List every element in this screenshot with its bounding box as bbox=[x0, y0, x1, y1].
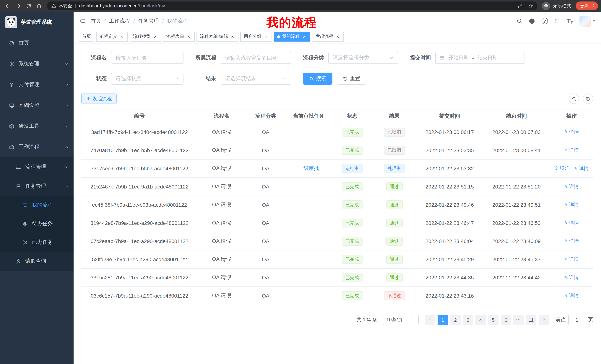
close-icon[interactable]: × bbox=[335, 34, 340, 39]
breadcrumb-workflow[interactable]: 工作流程 bbox=[109, 18, 130, 24]
detail-link[interactable]: ✎详情 bbox=[564, 220, 579, 226]
refresh-table-button[interactable] bbox=[583, 94, 593, 104]
breadcrumb-task-management[interactable]: 任务管理 bbox=[138, 18, 159, 24]
page-button-4[interactable]: 4 bbox=[475, 315, 486, 325]
sidebar-item-infrastructure[interactable]: 基础设施 bbox=[0, 95, 74, 116]
close-icon[interactable]: × bbox=[186, 34, 191, 39]
detail-link[interactable]: ✎详情 bbox=[564, 129, 579, 135]
tab-process-form-edit[interactable]: 流程表单-编辑× bbox=[197, 32, 239, 41]
category-select[interactable]: 请选择流程分类 bbox=[328, 52, 398, 64]
detail-link[interactable]: ✎详情 bbox=[564, 292, 579, 299]
help-button[interactable]: ? bbox=[539, 15, 551, 27]
detail-link[interactable]: ✎详情 bbox=[564, 147, 579, 153]
sidebar-item-done-tasks[interactable]: 已办任务 bbox=[0, 233, 74, 252]
font-size-button[interactable]: TT bbox=[564, 15, 576, 27]
detail-link[interactable]: ✎详情 bbox=[564, 183, 579, 190]
page-button-6[interactable]: 6 bbox=[501, 315, 511, 325]
detail-link[interactable]: ✎详情 bbox=[564, 274, 579, 281]
start-date-placeholder[interactable]: 开始日期 bbox=[448, 55, 468, 61]
reset-button[interactable]: 重置 bbox=[337, 73, 366, 85]
page-button-11[interactable]: 11 bbox=[526, 315, 536, 325]
close-icon[interactable]: × bbox=[302, 34, 307, 39]
close-icon[interactable]: × bbox=[153, 34, 158, 39]
status-select[interactable]: 请选择状态 bbox=[111, 73, 183, 85]
sidebar-item-workflow[interactable]: 工作流程 bbox=[0, 136, 74, 157]
next-page-button[interactable] bbox=[539, 315, 549, 325]
breadcrumb-home[interactable]: 首页 bbox=[91, 18, 101, 24]
password-key-icon[interactable] bbox=[518, 3, 523, 9]
page-button-3[interactable]: 3 bbox=[463, 315, 473, 325]
chevron-down-icon bbox=[65, 62, 69, 66]
sidebar-item-task-management[interactable]: 任务管理 bbox=[0, 177, 74, 196]
address-bar[interactable]: 不安全 dashboard.yudao.iocoder.cn/bpm/task/… bbox=[47, 1, 538, 10]
close-icon[interactable]: × bbox=[263, 34, 269, 39]
fullscreen-button[interactable] bbox=[551, 15, 563, 27]
yen-icon: ¥ bbox=[8, 81, 15, 88]
browser-forward-button[interactable] bbox=[13, 1, 23, 11]
filter-process-def: 所属流程 bbox=[195, 52, 291, 64]
user-avatar[interactable] bbox=[580, 15, 591, 27]
process-def-input[interactable] bbox=[221, 52, 291, 64]
avatar-caret-down-icon[interactable]: ▾ bbox=[593, 19, 595, 23]
browser-reload-button[interactable] bbox=[24, 1, 33, 11]
pagination-ellipsis[interactable]: ••• bbox=[513, 315, 524, 325]
sidebar-item-my-processes[interactable]: 我的流程 bbox=[0, 196, 74, 214]
app-logo-row[interactable]: 芋道管理系统 bbox=[0, 12, 74, 33]
security-label[interactable]: 不安全 bbox=[59, 3, 72, 9]
result-tag: 已取消 bbox=[384, 128, 405, 136]
app-title: 芋道管理系统 bbox=[21, 19, 52, 26]
page-jump-input[interactable] bbox=[568, 315, 585, 325]
plus-icon bbox=[86, 96, 91, 101]
cell-category: OA bbox=[246, 196, 286, 214]
pagination: 共 104 条 10条/页 1 2 3 4 5 6 ••• 11 前往 页 bbox=[81, 315, 593, 336]
detail-link[interactable]: ✎详情 bbox=[564, 256, 579, 263]
sidebar-item-system[interactable]: 系统管理 bbox=[0, 53, 74, 74]
page-button-2[interactable]: 2 bbox=[450, 315, 461, 325]
browser-menu-icon[interactable]: ⋮ bbox=[591, 3, 596, 9]
search-button[interactable]: 搜索 bbox=[303, 73, 332, 85]
process-name-input[interactable] bbox=[111, 52, 183, 64]
bookmark-star-icon[interactable]: ☆ bbox=[528, 3, 533, 9]
start-process-button[interactable]: 发起流程 bbox=[81, 94, 117, 104]
tab-home[interactable]: 首页 bbox=[79, 32, 94, 41]
submit-time-range-picker[interactable]: 开始日期 - 结束日期 bbox=[435, 52, 524, 64]
list-icon bbox=[15, 164, 21, 170]
detail-link[interactable]: ✎详情 bbox=[564, 201, 579, 208]
filter-category: 流程分类 请选择流程分类 bbox=[303, 52, 398, 64]
cancel-link[interactable]: 取消 bbox=[554, 165, 570, 172]
page-button-5[interactable]: 5 bbox=[488, 315, 499, 325]
sidebar-item-process-management[interactable]: 流程管理 bbox=[0, 157, 74, 177]
tab-start-process[interactable]: 发起流程× bbox=[312, 32, 344, 41]
close-icon[interactable]: × bbox=[230, 34, 235, 39]
sidebar-item-home[interactable]: 首页 bbox=[0, 33, 74, 53]
process-name-label: 流程名 bbox=[81, 55, 107, 61]
tab-my-processes[interactable]: 我的流程× bbox=[274, 32, 310, 41]
browser-home-button[interactable] bbox=[34, 1, 44, 11]
detail-link[interactable]: ✎详情 bbox=[564, 238, 579, 245]
page-size-select[interactable]: 10条/页 bbox=[383, 315, 419, 325]
browser-back-button[interactable] bbox=[3, 1, 13, 11]
close-icon[interactable]: × bbox=[119, 34, 124, 39]
box-icon bbox=[8, 123, 15, 129]
page-button-1[interactable]: 1 bbox=[438, 315, 448, 325]
hide-search-button[interactable] bbox=[569, 94, 579, 104]
result-select[interactable]: 请选择流结果 bbox=[221, 73, 291, 85]
prev-page-button[interactable] bbox=[425, 315, 435, 325]
app-logo bbox=[5, 16, 17, 28]
header-search-button[interactable] bbox=[513, 15, 525, 27]
sidebar-item-payment[interactable]: ¥ 支付管理 bbox=[0, 74, 74, 95]
tab-process-model[interactable]: 流程模型× bbox=[130, 32, 161, 41]
sidebar-item-leave-query[interactable]: 请假查询 bbox=[0, 252, 74, 271]
sidebar-toggle-button[interactable] bbox=[74, 12, 91, 30]
sidebar-item-devtools[interactable]: 研发工具 bbox=[0, 116, 74, 136]
tab-process-form[interactable]: 流程表单× bbox=[163, 32, 195, 41]
forward-arrow-icon bbox=[15, 3, 21, 9]
tab-process-definition[interactable]: 流程定义× bbox=[96, 32, 128, 41]
github-link[interactable] bbox=[526, 15, 538, 27]
detail-link[interactable]: ✎详情 bbox=[574, 165, 589, 172]
tab-user-group[interactable]: 用户分组× bbox=[240, 32, 272, 41]
current-task-link[interactable]: 一级审批 bbox=[298, 165, 319, 171]
browser-update-button[interactable]: 更新 ⋮ bbox=[576, 1, 598, 10]
sidebar-item-todo-tasks[interactable]: 待办任务 bbox=[0, 214, 74, 233]
end-date-placeholder[interactable]: 结束日期 bbox=[478, 55, 498, 61]
